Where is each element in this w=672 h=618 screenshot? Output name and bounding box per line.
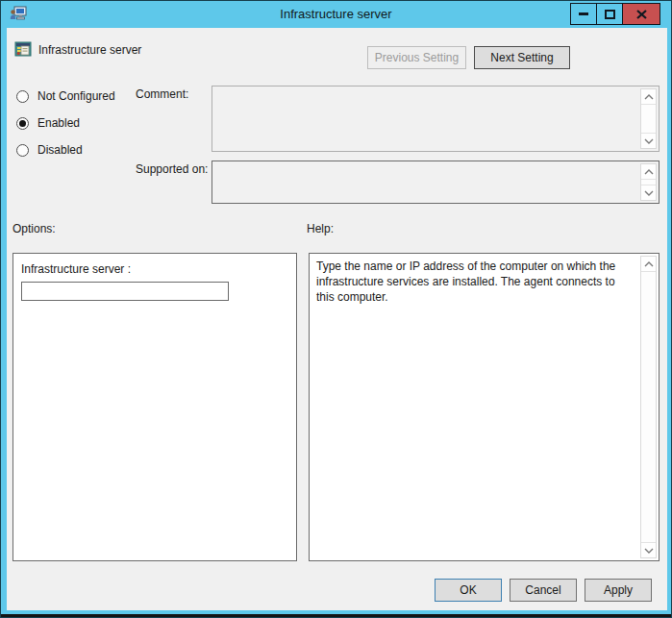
scroll-up-button[interactable] [641, 257, 656, 272]
minimize-icon [579, 12, 588, 15]
close-button[interactable] [622, 3, 660, 25]
scroll-track[interactable] [641, 105, 656, 133]
comment-scrollbar[interactable] [640, 88, 657, 149]
radio-circle-icon[interactable] [16, 90, 29, 103]
infrastructure-server-field-label: Infrastructure server : [21, 262, 131, 276]
help-heading: Help: [307, 222, 334, 235]
chevron-down-icon [644, 548, 654, 554]
chevron-down-icon [644, 190, 654, 196]
scroll-up-button[interactable] [641, 164, 656, 180]
close-icon [636, 10, 647, 19]
chevron-down-icon [644, 138, 654, 144]
next-setting-button[interactable]: Next Setting [474, 46, 570, 69]
policy-setting-icon [14, 40, 32, 58]
comment-textarea[interactable] [212, 86, 660, 152]
radio-label: Disabled [37, 143, 83, 157]
chevron-up-icon [644, 169, 654, 175]
infrastructure-server-input[interactable] [21, 282, 229, 301]
supported-on-label: Supported on: [136, 162, 208, 176]
scroll-down-button[interactable] [641, 542, 656, 557]
help-panel: Type the name or IP address of the compu… [309, 253, 660, 561]
radio-label: Not Configured [37, 89, 115, 103]
radio-enabled[interactable]: Enabled [16, 116, 80, 130]
help-text: Type the name or IP address of the compu… [316, 259, 634, 305]
radio-label: Enabled [37, 116, 80, 130]
radio-circle-icon[interactable] [16, 117, 29, 130]
options-panel: Infrastructure server : [12, 253, 297, 561]
chevron-up-icon [644, 94, 654, 100]
radio-not-configured[interactable]: Not Configured [16, 89, 115, 103]
help-scrollbar[interactable] [640, 256, 657, 558]
maximize-icon [605, 10, 615, 19]
dialog-window: Infrastructure server Infrastructure ser… [0, 0, 672, 618]
apply-button[interactable]: Apply [585, 579, 652, 602]
supported-on-textarea[interactable] [212, 161, 660, 204]
dialog-body: Infrastructure server Previous Setting N… [7, 28, 667, 610]
chevron-up-icon [644, 261, 654, 267]
titlebar[interactable]: Infrastructure server [2, 1, 670, 28]
previous-setting-button[interactable]: Previous Setting [367, 46, 466, 69]
comment-label: Comment: [136, 87, 188, 101]
maximize-button[interactable] [596, 3, 623, 25]
radio-circle-icon[interactable] [16, 144, 29, 157]
scroll-track[interactable] [641, 272, 656, 542]
scroll-down-button[interactable] [641, 185, 656, 200]
radio-disabled[interactable]: Disabled [16, 143, 83, 157]
window-bottom-edge [1, 614, 671, 617]
scroll-up-button[interactable] [641, 89, 656, 105]
minimize-button[interactable] [570, 3, 597, 25]
ok-button[interactable]: OK [435, 579, 502, 602]
setting-title: Infrastructure server [38, 43, 141, 57]
cancel-button[interactable]: Cancel [510, 579, 577, 602]
options-heading: Options: [12, 222, 56, 235]
supported-on-scrollbar[interactable] [640, 163, 657, 201]
scroll-down-button[interactable] [641, 133, 656, 148]
